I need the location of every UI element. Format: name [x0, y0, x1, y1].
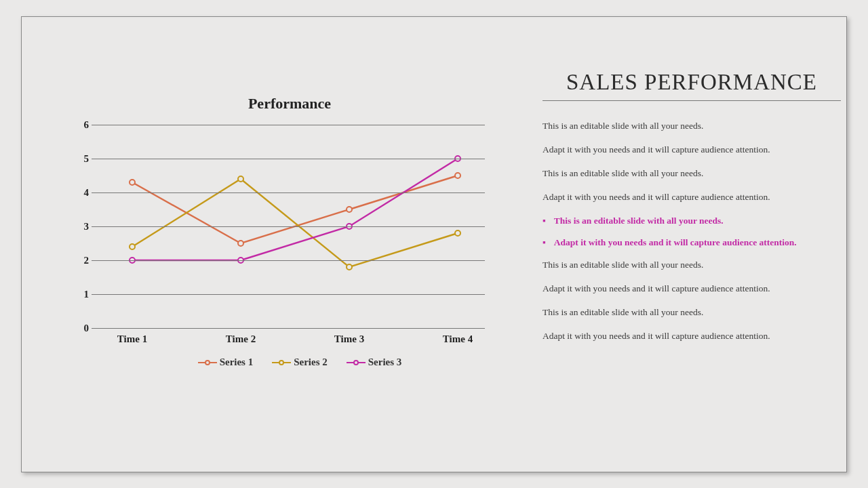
bullet-accent: This is an editable slide with all your …: [542, 215, 841, 228]
series-line: [132, 176, 458, 243]
x-tick: Time 1: [98, 333, 166, 345]
legend-swatch: [198, 358, 217, 367]
bullet-text: Adapt it with you needs and it will capt…: [542, 283, 841, 296]
chart-legend: Series 1Series 2Series 3: [79, 357, 520, 368]
gridline: [92, 125, 485, 125]
legend-label: Series 1: [220, 357, 254, 368]
legend-item: Series 1: [198, 357, 254, 368]
data-point: [455, 173, 460, 178]
gridline: [92, 226, 485, 227]
bullet-text: Adapt it with you needs and it will capt…: [542, 330, 841, 343]
y-tick: 2: [73, 255, 89, 266]
bullet-text: This is an editable slide with all your …: [542, 306, 841, 319]
data-point: [455, 230, 460, 236]
gridline: [92, 159, 485, 159]
y-tick: 0: [73, 323, 89, 334]
gridline: [92, 192, 485, 193]
legend-swatch: [347, 358, 366, 367]
data-point: [347, 264, 352, 270]
chart-title: Performance: [59, 95, 520, 113]
legend-label: Series 2: [294, 357, 328, 368]
y-tick: 5: [73, 153, 89, 165]
bullet-text: Adapt it with you needs and it will capt…: [542, 144, 841, 157]
legend-item: Series 2: [272, 357, 328, 368]
chart-plot: 0123456Time 1Time 2Time 3Time 4: [92, 125, 512, 328]
gridline: [92, 294, 485, 295]
bullet-text: This is an editable slide with all your …: [542, 259, 841, 272]
legend-item: Series 3: [347, 357, 402, 368]
data-point: [238, 176, 243, 182]
y-tick: 1: [73, 289, 89, 300]
bullet-text: This is an editable slide with all your …: [542, 167, 841, 180]
x-tick: Time 3: [315, 333, 383, 345]
y-tick: 3: [73, 221, 89, 232]
x-tick: Time 4: [424, 333, 492, 345]
x-tick: Time 2: [207, 333, 275, 345]
data-point: [347, 207, 352, 212]
bullet-list: This is an editable slide with all your …: [542, 120, 841, 343]
chart-block: Performance 0123456Time 1Time 2Time 3Tim…: [59, 95, 520, 368]
gridline: [92, 328, 485, 329]
bullet-accent: Adapt it with you needs and it will capt…: [542, 237, 841, 249]
slide-canvas: Performance 0123456Time 1Time 2Time 3Tim…: [21, 16, 847, 472]
data-point: [130, 244, 135, 249]
bullet-text: Adapt it with you needs and it will capt…: [542, 191, 841, 204]
content-panel: SALES PERFORMANCE This is an editable sl…: [542, 70, 841, 354]
page-title: SALES PERFORMANCE: [542, 70, 841, 101]
data-point: [238, 241, 243, 246]
legend-swatch: [272, 358, 291, 367]
gridline: [92, 260, 485, 261]
data-point: [130, 180, 135, 185]
bullet-text: This is an editable slide with all your …: [542, 120, 841, 133]
y-tick: 4: [73, 187, 89, 199]
y-tick: 6: [73, 119, 89, 131]
legend-label: Series 3: [368, 357, 402, 368]
